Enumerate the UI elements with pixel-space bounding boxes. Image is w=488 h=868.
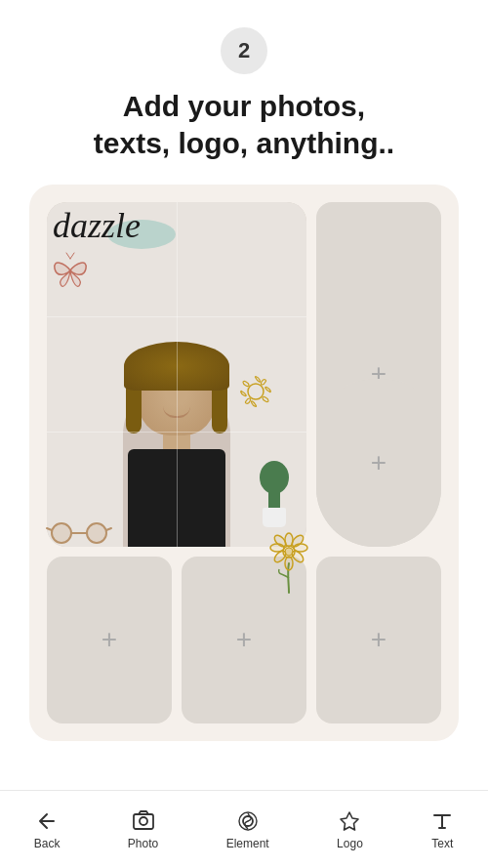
flower-decoration [265, 524, 312, 602]
svg-point-17 [140, 817, 147, 825]
step-number: 2 [221, 27, 267, 74]
nav-item-element[interactable]: Element [226, 809, 269, 850]
svg-text:dazzle: dazzle [53, 206, 141, 245]
canvas-area: dazzle [29, 185, 459, 741]
back-icon [35, 809, 59, 833]
add-icon: + [102, 624, 117, 655]
nav-label-logo: Logo [337, 837, 363, 850]
bottom-left-cell[interactable]: + [47, 557, 172, 723]
nav-label-back: Back [34, 837, 61, 850]
svg-point-15 [285, 548, 293, 556]
nav-label-element: Element [226, 837, 269, 850]
add-icon: + [236, 624, 252, 655]
svg-point-3 [248, 384, 264, 399]
svg-line-1 [66, 253, 70, 259]
photo-grid: + + + + + [47, 202, 441, 723]
svg-point-5 [87, 523, 106, 543]
nav-item-back[interactable]: Back [34, 809, 61, 850]
add-icon: + [371, 624, 386, 655]
butterfly-decoration [45, 245, 96, 296]
logo-icon [338, 809, 361, 833]
middle-right-cell[interactable]: + [316, 379, 441, 546]
add-icon: + [371, 447, 386, 478]
text-icon [430, 809, 454, 833]
headline: Add your photos, texts, logo, anything.. [74, 88, 414, 161]
nav-label-photo: Photo [128, 837, 158, 850]
nav-item-logo[interactable]: Logo [337, 809, 363, 850]
nav-item-photo[interactable]: Photo [128, 809, 158, 850]
bottom-navigation: Back Photo Element Logo Text [0, 790, 488, 868]
photo-icon [132, 809, 155, 833]
bottom-right-cell[interactable]: + [316, 557, 441, 723]
nav-label-text: Text [431, 837, 453, 850]
svg-point-4 [52, 523, 71, 543]
glasses-decoration [45, 518, 113, 548]
svg-line-2 [70, 253, 74, 259]
svg-point-9 [285, 557, 293, 570]
element-icon [236, 809, 260, 833]
sun-decoration [232, 368, 279, 415]
dazzle-text-decoration: dazzle [49, 198, 185, 249]
nav-item-text[interactable]: Text [430, 809, 454, 850]
